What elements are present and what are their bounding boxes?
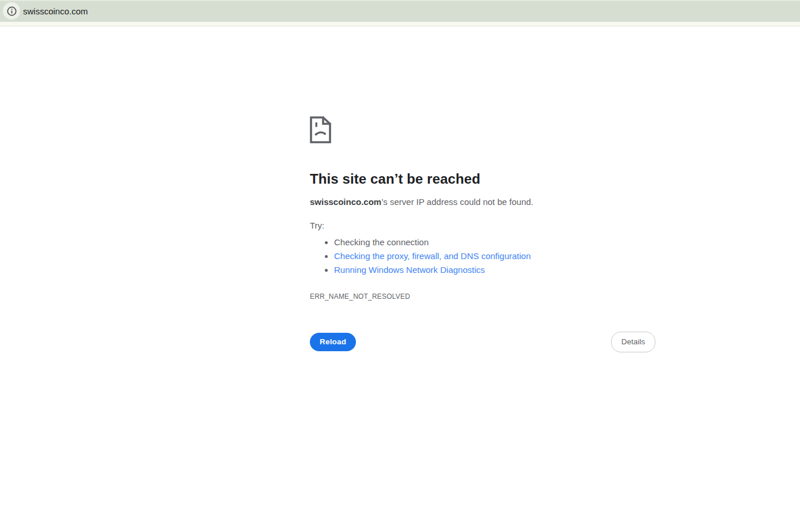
suggestion-proxy-dns: Checking the proxy, firewall, and DNS co… bbox=[334, 249, 655, 263]
info-icon bbox=[7, 6, 17, 16]
error-subtitle: swisscoinco.com’s server IP address coul… bbox=[310, 196, 655, 208]
proxy-dns-link[interactable]: Checking the proxy, firewall, and DNS co… bbox=[334, 251, 531, 261]
error-code: ERR_NAME_NOT_RESOLVED bbox=[310, 292, 655, 301]
error-page: This site can’t be reached swisscoinco.c… bbox=[310, 116, 655, 352]
suggestion-network-diagnostics: Running Windows Network Diagnostics bbox=[334, 263, 655, 277]
error-domain: swisscoinco.com bbox=[310, 197, 381, 207]
details-button[interactable]: Details bbox=[611, 332, 655, 352]
address-bar-url[interactable]: swisscoinco.com bbox=[23, 0, 88, 22]
reload-button[interactable]: Reload bbox=[310, 333, 356, 351]
suggestion-check-connection: Checking the connection bbox=[334, 235, 655, 249]
sad-page-icon bbox=[310, 116, 655, 143]
suggestion-list: Checking the connection Checking the pro… bbox=[310, 235, 655, 277]
page-title: This site can’t be reached bbox=[310, 170, 655, 188]
browser-toolbar: swisscoinco.com bbox=[0, 0, 800, 22]
toolbar-bottom-strip bbox=[0, 22, 800, 26]
error-subtitle-text: ’s server IP address could not be found. bbox=[381, 197, 533, 207]
buttons-row: Reload Details bbox=[310, 332, 655, 352]
try-label: Try: bbox=[310, 221, 655, 230]
site-info-button[interactable] bbox=[3, 2, 20, 20]
network-diagnostics-link[interactable]: Running Windows Network Diagnostics bbox=[334, 265, 485, 275]
